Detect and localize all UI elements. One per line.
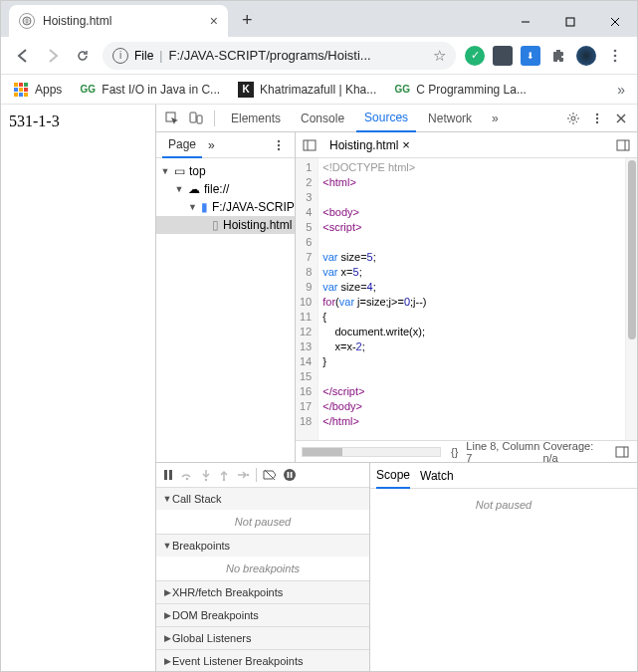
editor-tab-close-icon[interactable]: × <box>402 137 410 152</box>
callstack-section[interactable]: ▼Call Stack Not paused <box>156 488 369 535</box>
omnibox[interactable]: i File | F:/JAVA-SCRIPT/programs/Hoisti.… <box>103 42 456 70</box>
tab-sources[interactable]: Sources <box>356 105 416 132</box>
extension-icon-2[interactable] <box>493 46 513 66</box>
svg-rect-10 <box>197 115 202 123</box>
tab-console[interactable]: Console <box>293 105 352 132</box>
section-title: Breakpoints <box>172 540 230 552</box>
breakpoints-body: No breakpoints <box>156 557 369 580</box>
horizontal-scrollbar[interactable] <box>302 447 441 457</box>
step-out-icon[interactable] <box>218 469 230 481</box>
coverage-status: Coverage: n/a <box>542 440 606 464</box>
extension-icon-3[interactable]: ⬇ <box>521 46 540 66</box>
tree-folder[interactable]: ▼▮F:/JAVA-SCRIPT/pro <box>156 198 295 216</box>
star-icon[interactable]: ☆ <box>433 47 446 65</box>
svg-point-6 <box>614 54 617 57</box>
file-icon: ▯ <box>212 218 219 232</box>
pause-icon[interactable] <box>162 469 174 481</box>
site-info-icon[interactable]: i <box>112 48 128 64</box>
device-toggle-icon[interactable] <box>186 109 206 128</box>
watch-tab[interactable]: Watch <box>420 463 454 489</box>
close-devtools-icon[interactable] <box>611 109 631 128</box>
inspect-icon[interactable] <box>162 109 182 128</box>
pause-on-exceptions-icon[interactable] <box>283 468 297 482</box>
svg-point-18 <box>278 143 280 145</box>
window-controls <box>503 7 637 37</box>
separator <box>214 111 215 126</box>
step-over-icon[interactable] <box>180 469 194 481</box>
url-separator: | <box>159 49 162 63</box>
section-title: Event Listener Breakpoints <box>172 655 303 667</box>
tree-label: file:// <box>204 182 229 196</box>
svg-point-29 <box>205 479 207 481</box>
bookmark-item-2[interactable]: KKhatrimazafull | Kha... <box>232 79 382 101</box>
braces-icon[interactable]: {} <box>451 446 458 458</box>
bookmark-label: Fast I/O in Java in C... <box>102 83 220 97</box>
page-tab[interactable]: Page <box>162 132 202 158</box>
event-listener-breakpoints-section[interactable]: ▶Event Listener Breakpoints <box>156 650 369 672</box>
step-into-icon[interactable] <box>200 469 212 481</box>
svg-point-31 <box>247 474 249 476</box>
debugger-left: ▼Call Stack Not paused ▼Breakpoints No b… <box>156 463 370 672</box>
dom-breakpoints-section[interactable]: ▶DOM Breakpoints <box>156 604 369 627</box>
extension-icon-1[interactable]: ✓ <box>465 46 485 66</box>
file-tree[interactable]: ▼▭top ▼☁file:// ▼▮F:/JAVA-SCRIPT/pro ▯Ho… <box>156 158 295 462</box>
line-gutter: 123456789101112131415161718 <box>296 158 319 440</box>
svg-rect-2 <box>566 18 574 26</box>
editor-tab[interactable]: Hoisting.html× <box>323 132 416 158</box>
svg-rect-22 <box>617 140 629 150</box>
apps-bookmark[interactable]: Apps <box>7 79 68 101</box>
svg-point-7 <box>614 59 617 62</box>
deactivate-breakpoints-icon[interactable] <box>263 469 277 481</box>
tab-network[interactable]: Network <box>420 105 480 132</box>
tree-file[interactable]: ▯Hoisting.html <box>156 216 295 234</box>
show-debugger-icon[interactable] <box>613 135 633 155</box>
navigator-more-icon[interactable] <box>269 135 289 155</box>
section-title: Call Stack <box>172 493 222 505</box>
toggle-sidebar-icon[interactable] <box>612 442 631 462</box>
menu-icon[interactable] <box>601 42 629 70</box>
close-button[interactable] <box>592 7 637 37</box>
svg-point-33 <box>284 469 296 481</box>
folder-icon: ▮ <box>201 200 208 214</box>
navigator-overflow-icon[interactable]: » <box>202 132 221 158</box>
url-bar: i File | F:/JAVA-SCRIPT/programs/Hoisti.… <box>1 37 637 75</box>
tree-file-origin[interactable]: ▼☁file:// <box>156 180 295 198</box>
breakpoints-section[interactable]: ▼Breakpoints No breakpoints <box>156 535 369 581</box>
show-navigator-icon[interactable] <box>300 135 319 155</box>
extensions-icon[interactable] <box>548 46 568 66</box>
tree-top[interactable]: ▼▭top <box>156 162 295 180</box>
xhr-breakpoints-section[interactable]: ▶XHR/fetch Breakpoints <box>156 581 369 604</box>
new-tab-button[interactable]: + <box>242 10 253 31</box>
editor-tabbar: Hoisting.html× <box>296 132 637 158</box>
minimize-button[interactable] <box>503 7 547 37</box>
tab-elements[interactable]: Elements <box>223 105 289 132</box>
forward-button[interactable] <box>39 42 67 70</box>
debugger-pane: ▼Call Stack Not paused ▼Breakpoints No b… <box>156 462 637 672</box>
profile-avatar-icon[interactable] <box>576 46 596 66</box>
bookmark-item-3[interactable]: GGC Programming La... <box>388 79 532 101</box>
svg-point-17 <box>278 139 280 141</box>
url-scheme: File <box>134 49 153 63</box>
gfg-icon: GG <box>80 82 96 98</box>
main-content: 531-1-3 Elements Console Sources Network… <box>1 105 637 672</box>
code-editor[interactable]: 123456789101112131415161718 <!DOCTYPE ht… <box>296 158 637 440</box>
tab-close-icon[interactable]: × <box>210 13 218 29</box>
global-listeners-section[interactable]: ▶Global Listeners <box>156 627 369 650</box>
svg-point-19 <box>278 147 280 149</box>
more-icon[interactable] <box>587 109 607 128</box>
browser-tab[interactable]: Hoisting.html × <box>9 5 228 37</box>
bookmark-item-1[interactable]: GGFast I/O in Java in C... <box>74 79 226 101</box>
gfg-icon: GG <box>394 82 410 98</box>
window-titlebar: Hoisting.html × + <box>1 1 637 37</box>
settings-icon[interactable] <box>563 109 583 128</box>
tabs-overflow-icon[interactable]: » <box>484 105 507 132</box>
svg-rect-34 <box>288 472 290 478</box>
bookmarks-overflow-icon[interactable]: » <box>611 82 631 98</box>
step-icon[interactable] <box>236 469 250 481</box>
back-button[interactable] <box>9 42 37 70</box>
reload-button[interactable] <box>69 42 97 70</box>
maximize-button[interactable] <box>547 7 592 37</box>
scope-tab[interactable]: Scope <box>376 463 410 489</box>
debugger-toolbar <box>156 463 369 488</box>
vertical-scrollbar[interactable] <box>625 158 637 440</box>
